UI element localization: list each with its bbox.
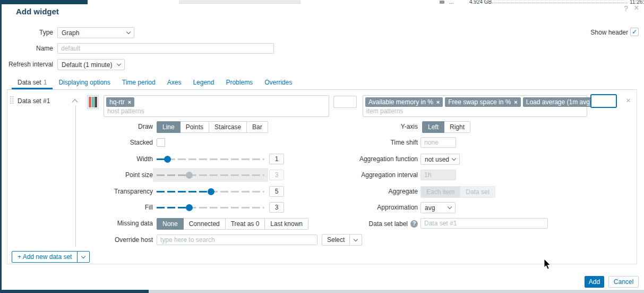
missing-data-option-connected[interactable]: Connected xyxy=(184,218,226,230)
close-icon[interactable]: × xyxy=(634,4,639,12)
name-label: Name xyxy=(0,43,53,54)
stacked-label: Stacked xyxy=(80,137,153,148)
type-label: Type xyxy=(0,27,53,38)
tab-data-set[interactable]: Data set1 xyxy=(12,76,53,89)
chip-label: hq-rtr xyxy=(109,98,125,106)
data-set-label-label: Data set label xyxy=(369,220,408,228)
swatch-color-3 xyxy=(95,97,97,107)
draw-option-points[interactable]: Points xyxy=(181,121,209,133)
item-pattern-chip[interactable]: Free swap space in %× xyxy=(445,97,521,107)
chevron-down-icon xyxy=(354,237,358,241)
time-shift-input[interactable] xyxy=(420,137,456,148)
aggregate-option-each-item: Each item xyxy=(420,186,460,198)
color-palette-swatch[interactable] xyxy=(87,95,99,109)
width-label: Width xyxy=(80,154,153,165)
tab-displaying-options[interactable]: Displaying options xyxy=(53,76,116,89)
aggregate-option-data-set: Data set xyxy=(460,186,495,198)
draw-option-bar[interactable]: Bar xyxy=(247,121,268,133)
add-button[interactable]: Add xyxy=(585,276,604,288)
draw-option-line[interactable]: Line xyxy=(157,121,181,133)
aggregation-function-select[interactable]: not used xyxy=(420,154,460,165)
chevron-down-icon xyxy=(126,30,131,34)
width-slider[interactable] xyxy=(157,158,264,160)
refresh-interval-value: Default (1 minute) xyxy=(62,61,112,69)
host-select-button[interactable] xyxy=(333,96,357,108)
chip-remove-icon[interactable]: × xyxy=(436,99,440,105)
transparency-slider-thumb[interactable] xyxy=(208,188,214,195)
add-new-data-set-split: + Add new data set xyxy=(12,251,90,263)
tab-label: Legend xyxy=(193,79,214,86)
add-new-data-set-label: Add new data set xyxy=(23,253,72,261)
tab-problems[interactable]: Problems xyxy=(220,76,259,89)
missing-data-option-none[interactable]: None xyxy=(157,218,184,230)
aggregation-function-value: not used xyxy=(425,156,449,163)
backdrop-top-strip: ... 4.924 GB 11:26:2 xyxy=(0,0,644,4)
tab-legend[interactable]: Legend xyxy=(187,76,220,89)
check-icon: ✓ xyxy=(632,28,637,36)
tab-axes[interactable]: Axes xyxy=(161,76,187,89)
name-input[interactable] xyxy=(57,43,274,54)
tab-time-period[interactable]: Time period xyxy=(116,76,161,89)
type-select-value: Graph xyxy=(62,29,79,37)
help-icon[interactable]: ? xyxy=(624,5,628,12)
backdrop-dotted-leader xyxy=(488,2,628,3)
fill-slider-thumb[interactable] xyxy=(186,204,193,211)
show-header-label: Show header xyxy=(563,28,628,37)
override-host-label: Override host xyxy=(80,235,153,246)
cancel-button[interactable]: Cancel xyxy=(608,276,639,288)
data-set-label-input[interactable] xyxy=(420,218,548,229)
draw-label: Draw xyxy=(80,121,153,132)
point-size-value: 3 xyxy=(269,170,284,180)
dialog-title: Add widget xyxy=(16,7,59,16)
help-circle-icon[interactable]: ? xyxy=(410,220,418,228)
refresh-interval-select[interactable]: Default (1 minute) xyxy=(57,59,125,70)
type-select[interactable]: Graph xyxy=(57,27,134,38)
override-host-dropdown-button[interactable] xyxy=(349,235,362,245)
remove-data-set-icon[interactable]: × xyxy=(626,97,631,104)
approximation-select[interactable]: avg xyxy=(420,202,456,213)
draw-option-staircase[interactable]: Staircase xyxy=(209,121,247,133)
backdrop-icon-fragment xyxy=(440,1,444,4)
chevron-down-icon xyxy=(81,254,85,258)
item-patterns-input[interactable]: Available memory in %× Free swap space i… xyxy=(363,95,587,117)
slider-fill xyxy=(157,207,189,208)
tab-overrides[interactable]: Overrides xyxy=(259,76,298,89)
point-size-slider-thumb xyxy=(186,172,193,179)
missing-data-segmented: None Connected Treat as 0 Last known xyxy=(157,218,308,230)
drag-handle-icon[interactable]: ⣿ xyxy=(9,96,15,103)
backdrop-bottom-light xyxy=(149,290,644,293)
chip-label: Free swap space in % xyxy=(448,98,511,106)
width-value[interactable]: 1 xyxy=(269,154,284,164)
time-shift-label: Time shift xyxy=(319,137,418,148)
item-select-button[interactable] xyxy=(590,94,617,108)
aggregation-interval-input: 1h xyxy=(420,170,456,180)
chevron-down-icon xyxy=(452,156,456,161)
chip-remove-icon[interactable]: × xyxy=(128,99,131,105)
transparency-slider[interactable] xyxy=(157,191,264,192)
chip-remove-icon[interactable]: × xyxy=(514,99,517,105)
override-host-select-button[interactable]: Select xyxy=(322,235,349,245)
aggregate-segmented: Each item Data set xyxy=(420,186,495,198)
yaxis-option-left[interactable]: Left xyxy=(422,121,444,133)
host-patterns-input[interactable]: hq-rtr× host patterns xyxy=(104,95,329,117)
missing-data-option-treat-as-0[interactable]: Treat as 0 xyxy=(226,218,265,230)
draw-segmented: Line Points Staircase Bar xyxy=(157,121,268,133)
point-size-label: Point size xyxy=(80,170,153,181)
fill-slider[interactable] xyxy=(157,207,264,208)
transparency-label: Transparency xyxy=(80,186,153,197)
yaxis-segmented: Left Right xyxy=(422,121,470,133)
item-pattern-chip[interactable]: Available memory in %× xyxy=(365,97,443,107)
add-new-data-set-button[interactable]: + Add new data set xyxy=(12,252,77,262)
fill-value[interactable]: 3 xyxy=(269,202,284,213)
add-new-data-set-dropdown[interactable] xyxy=(77,252,89,262)
tab-label: Data set xyxy=(18,79,41,86)
transparency-value[interactable]: 5 xyxy=(269,186,284,197)
swatch-color-1 xyxy=(89,97,91,107)
stacked-checkbox[interactable] xyxy=(157,138,165,147)
mouse-cursor xyxy=(544,259,552,271)
yaxis-option-right[interactable]: Right xyxy=(444,121,470,133)
host-pattern-chip[interactable]: hq-rtr× xyxy=(106,97,134,107)
show-header-checkbox[interactable]: ✓ xyxy=(630,28,639,36)
override-host-input[interactable] xyxy=(157,235,317,245)
item-pattern-chip[interactable]: Load average (1m avg)× xyxy=(523,97,602,107)
